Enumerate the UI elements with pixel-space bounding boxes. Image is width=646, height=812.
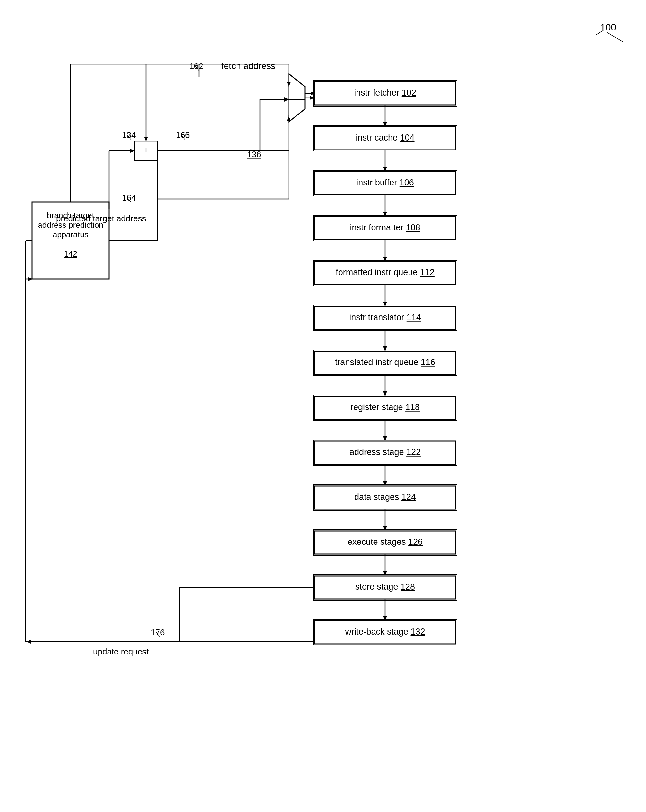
svg-text:predicted target address: predicted target address [56,214,146,223]
svg-text:162: 162 [189,61,203,71]
svg-text:data stages 124: data stages 124 [354,492,416,502]
svg-text:instr cache 104: instr cache 104 [356,133,414,142]
svg-marker-63 [383,571,387,576]
svg-text:execute stages 126: execute stages 126 [348,537,423,547]
svg-text:fetch address: fetch address [221,61,275,71]
svg-marker-120 [130,149,135,153]
svg-marker-53 [383,346,387,351]
svg-marker-102 [310,96,315,100]
svg-marker-47 [383,212,387,217]
svg-text:instr formatter 108: instr formatter 108 [350,223,420,232]
svg-marker-65 [383,616,387,621]
svg-text:store stage 128: store stage 128 [355,582,415,592]
svg-text:134: 134 [122,130,136,140]
svg-text:176: 176 [151,627,165,637]
svg-marker-93 [144,137,148,141]
svg-marker-45 [383,167,387,172]
svg-line-0 [606,32,623,42]
svg-marker-61 [383,526,387,531]
svg-marker-118 [26,640,31,644]
svg-text:write-back stage 132: write-back stage 132 [345,627,425,636]
svg-text:instr translator 114: instr translator 114 [349,313,421,322]
svg-marker-59 [383,481,387,486]
svg-text:translated instr queue 116: translated instr queue 116 [335,357,435,367]
svg-text:+: + [143,145,149,155]
svg-marker-57 [383,436,387,441]
svg-text:166: 166 [176,130,190,140]
svg-text:164: 164 [122,193,136,203]
svg-marker-43 [383,122,387,127]
svg-text:instr fetcher 102: instr fetcher 102 [354,88,416,98]
svg-text:apparatus: apparatus [53,230,88,239]
svg-marker-49 [383,256,387,261]
svg-marker-55 [383,391,387,396]
svg-text:142: 142 [64,249,77,258]
svg-line-2 [596,31,603,35]
svg-text:address stage 122: address stage 122 [350,447,421,457]
svg-marker-51 [383,302,387,307]
svg-text:formatted instr queue 112: formatted instr queue 112 [336,267,435,277]
svg-text:instr buffer 106: instr buffer 106 [356,178,414,187]
svg-text:update request: update request [93,647,149,656]
svg-text:register stage 118: register stage 118 [350,402,420,412]
svg-marker-85 [289,74,305,122]
